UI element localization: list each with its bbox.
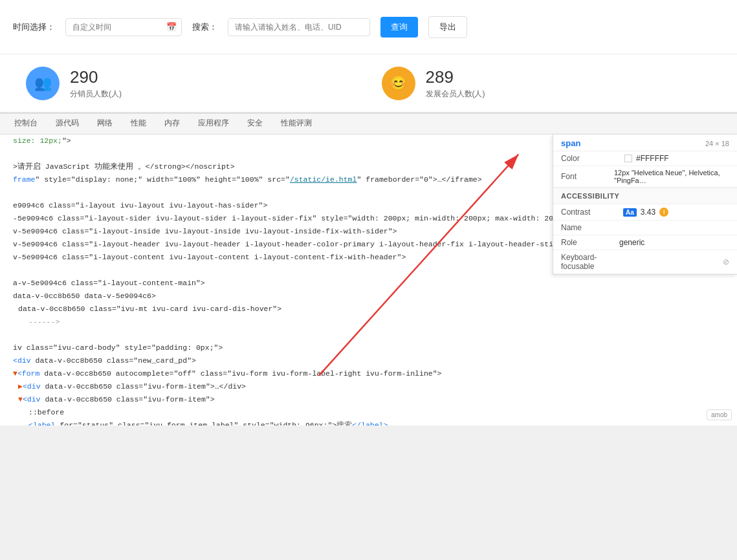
name-label: Name xyxy=(561,223,619,232)
color-swatch xyxy=(624,155,632,162)
date-input-wrapper: 📅 xyxy=(65,18,182,36)
tab-security[interactable]: 安全 xyxy=(238,114,272,134)
stat-label-0: 分销员人数(人) xyxy=(70,89,122,100)
code-line: ▼<div data-v-0cc8b650 class="ivu-form-it… xyxy=(0,393,737,406)
color-value: #FFFFFF xyxy=(624,154,669,163)
font-row: Font 12px "Helvetica Neue", Helvetica, "… xyxy=(553,166,737,188)
contrast-label: Contrast xyxy=(561,208,619,217)
name-row: Name xyxy=(553,221,737,235)
stat-card-0: 👥 290 分销员人数(人) xyxy=(26,67,356,99)
stat-icon-blue: 👥 xyxy=(26,67,60,100)
code-line: iv class="ivu-card-body" style="padding:… xyxy=(0,341,737,354)
element-tag: span xyxy=(561,138,580,148)
color-label: Color xyxy=(561,154,619,163)
keyboard-icon: ⊘ xyxy=(723,257,729,266)
keyboard-row: Keyboard-focusable ⊘ xyxy=(553,250,737,274)
tab-perf-eval[interactable]: 性能评测 xyxy=(272,114,321,134)
code-line xyxy=(0,328,737,341)
code-line: ::before xyxy=(0,406,737,419)
stat-label-1: 发展会员人数(人) xyxy=(426,89,485,100)
contrast-row: Contrast Aa 3.43 ! xyxy=(553,204,737,221)
code-line: a-v-5e9094c6 class="i-layout-content-mai… xyxy=(0,277,737,290)
app-container: 时间选择： 📅 搜索： 查询 导出 👥 290 分销员人数(人) 😊 289 发… xyxy=(0,0,737,425)
accessibility-header: ACCESSIBILITY xyxy=(553,188,737,204)
code-line: data-v-0cc8b650 data-v-5e9094c6> xyxy=(0,290,737,303)
stat-info-0: 290 分销员人数(人) xyxy=(70,67,122,100)
top-bar: 时间选择： 📅 搜索： 查询 导出 xyxy=(0,0,737,54)
code-line: ------> xyxy=(0,316,737,328)
contrast-warning-icon: ! xyxy=(659,208,668,217)
date-input[interactable] xyxy=(65,18,182,36)
role-label: Role xyxy=(561,238,619,247)
tab-network[interactable]: 网络 xyxy=(88,114,122,134)
stat-number-1: 289 xyxy=(426,67,485,87)
devtools: 控制台 源代码 网络 性能 内存 应用程序 安全 性能评测 size: 12px… xyxy=(0,113,737,425)
styles-panel: span 24 × 18 Color #FFFFFF Font 12px "He… xyxy=(553,135,737,275)
contrast-value: 3.43 xyxy=(641,208,655,217)
element-dimensions: 24 × 18 xyxy=(705,140,729,147)
export-button[interactable]: 导出 xyxy=(428,16,467,38)
tab-application[interactable]: 应用程序 xyxy=(189,114,238,134)
keyboard-label: Keyboard-focusable xyxy=(561,253,619,271)
font-value: 12px "Helvetica Neue", Helvetica, "PingF… xyxy=(614,169,729,184)
tab-source[interactable]: 源代码 xyxy=(47,114,88,134)
color-row: Color #FFFFFF xyxy=(553,151,737,166)
search-label: 搜索： xyxy=(192,21,217,33)
code-line: ▼<form data-v-0cc8b650 autocomplete="off… xyxy=(0,367,737,380)
stats-row: 👥 290 分销员人数(人) 😊 289 发展会员人数(人) xyxy=(0,54,737,113)
stat-number-0: 290 xyxy=(70,67,122,87)
tab-memory[interactable]: 内存 xyxy=(155,114,189,134)
calendar-icon: 📅 xyxy=(166,22,177,32)
devtools-tabs: 控制台 源代码 网络 性能 内存 应用程序 安全 性能评测 xyxy=(0,114,737,135)
search-input[interactable] xyxy=(228,18,370,36)
code-line: ▶<div data-v-0cc8b650 class="ivu-form-it… xyxy=(0,380,737,393)
styles-header: span 24 × 18 xyxy=(553,135,737,151)
stat-info-1: 289 发展会员人数(人) xyxy=(426,67,485,100)
font-label: Font xyxy=(561,172,609,181)
stat-icon-orange: 😊 xyxy=(382,67,415,100)
role-value: generic xyxy=(619,238,644,247)
amob-badge: amob xyxy=(707,409,732,420)
code-line: data-v-0cc8b650 class="ivu-mt ivu-card i… xyxy=(0,303,737,316)
query-button[interactable]: 查询 xyxy=(380,17,418,38)
code-line: <label for="status" class="ivu-form-item… xyxy=(0,419,737,425)
time-label: 时间选择： xyxy=(13,21,55,33)
stat-card-1: 😊 289 发展会员人数(人) xyxy=(382,67,712,99)
contrast-badge: Aa xyxy=(623,208,637,217)
role-row: Role generic xyxy=(553,235,737,250)
code-line: <div data-v-0cc8b650 class="new_card_pd"… xyxy=(0,354,737,367)
tab-console[interactable]: 控制台 xyxy=(5,114,47,134)
tab-performance[interactable]: 性能 xyxy=(122,114,155,134)
